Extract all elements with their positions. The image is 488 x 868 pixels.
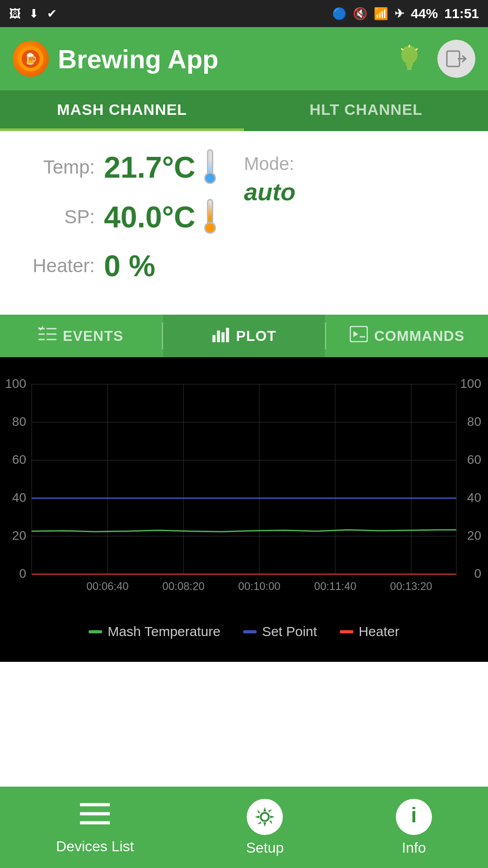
devices-list-icon <box>80 800 110 834</box>
app-header-right <box>390 40 475 78</box>
status-icons-left: 🖼 ⬇ ✔ <box>9 7 57 21</box>
legend-label-setpoint: Set Point <box>262 624 317 639</box>
plot-icon <box>211 326 230 346</box>
nav-setup-label: Setup <box>246 840 284 856</box>
temp-label: Temp: <box>23 156 95 178</box>
main-content: Temp: 21.7°C SP: 40.0°C Heater: 0 % <box>0 131 488 315</box>
app-title: Brewing App <box>58 44 219 74</box>
commands-label: COMMANDS <box>374 328 465 344</box>
mode-label: Mode: <box>244 154 465 174</box>
svg-text:20: 20 <box>467 528 481 542</box>
mute-icon: 🔇 <box>353 7 367 21</box>
svg-rect-6 <box>407 68 412 70</box>
svg-line-9 <box>416 48 418 50</box>
chart-container: 100 80 60 40 20 0 100 80 60 40 20 0 <box>5 357 483 610</box>
readings-grid: Temp: 21.7°C SP: 40.0°C Heater: 0 % <box>23 149 465 297</box>
svg-text:80: 80 <box>467 415 481 429</box>
legend-heater: Heater <box>340 624 399 639</box>
svg-point-3 <box>401 46 418 64</box>
tab-events[interactable]: EVENTS <box>0 315 162 357</box>
lightbulb-button[interactable] <box>390 40 428 78</box>
channel-tabs: MASH CHANNEL HLT CHANNEL <box>0 90 488 131</box>
events-label: EVENTS <box>63 328 123 344</box>
sp-label: SP: <box>23 206 95 228</box>
heater-row: Heater: 0 % <box>23 249 244 283</box>
sp-value: 40.0°C <box>104 200 196 234</box>
svg-point-59 <box>261 813 269 821</box>
tab-commands[interactable]: COMMANDS <box>326 315 488 357</box>
svg-text:40: 40 <box>12 491 26 505</box>
temp-row: Temp: 21.7°C <box>23 149 244 185</box>
svg-text:00:10:00: 00:10:00 <box>238 580 280 592</box>
svg-text:🍺: 🍺 <box>24 52 38 65</box>
therm-bulb-sp <box>204 222 216 234</box>
tab-plot[interactable]: PLOT <box>163 315 325 357</box>
svg-text:00:06:40: 00:06:40 <box>86 580 128 592</box>
legend-mash-temp: Mash Temperature <box>89 624 221 639</box>
svg-text:20: 20 <box>12 528 26 542</box>
svg-text:100: 100 <box>460 377 481 391</box>
svg-rect-17 <box>212 335 216 342</box>
svg-text:00:13:20: 00:13:20 <box>390 580 432 592</box>
airplane-icon: ✈ <box>394 7 404 21</box>
legend-dot-heater <box>340 630 353 633</box>
svg-text:60: 60 <box>12 453 26 467</box>
svg-text:100: 100 <box>5 377 26 391</box>
svg-rect-23 <box>5 357 483 610</box>
sp-thermometer <box>204 199 216 235</box>
legend-label-heater: Heater <box>359 624 399 639</box>
wifi-icon: 📶 <box>374 7 388 21</box>
therm-bulb-temp <box>204 172 216 184</box>
commands-icon <box>350 326 368 346</box>
app-logo: 🍺 <box>13 41 49 77</box>
bluetooth-icon: 🔵 <box>332 7 347 21</box>
app-header-left: 🍺 Brewing App <box>13 41 219 77</box>
nav-setup[interactable]: Setup <box>246 799 284 856</box>
nav-info[interactable]: i Info <box>396 799 432 856</box>
legend-setpoint: Set Point <box>243 624 317 639</box>
heater-value: 0 % <box>104 249 155 283</box>
chart-legend: Mash Temperature Set Point Heater <box>5 610 483 653</box>
tab-hlt-channel[interactable]: HLT CHANNEL <box>244 90 488 131</box>
battery-text: 44% <box>411 6 438 21</box>
info-icon: i <box>396 799 432 835</box>
tab-mash-channel[interactable]: MASH CHANNEL <box>0 90 244 131</box>
svg-rect-21 <box>350 326 367 342</box>
temp-value: 21.7°C <box>104 150 196 184</box>
status-icons-right: 🔵 🔇 📶 ✈ 44% 11:51 <box>332 6 479 21</box>
svg-text:60: 60 <box>467 453 481 467</box>
svg-text:00:08:20: 00:08:20 <box>162 580 204 592</box>
svg-text:80: 80 <box>12 415 26 429</box>
check-icon: ✔ <box>47 7 57 21</box>
therm-tube-temp <box>207 149 213 174</box>
events-icon <box>38 326 56 346</box>
gallery-icon: 🖼 <box>9 7 21 21</box>
heater-label: Heater: <box>23 255 95 277</box>
sp-row: SP: 40.0°C <box>23 199 244 235</box>
exit-button[interactable] <box>437 40 475 78</box>
temp-thermometer <box>204 149 216 185</box>
svg-rect-5 <box>407 66 412 68</box>
svg-rect-10 <box>447 51 460 66</box>
svg-rect-4 <box>406 63 413 66</box>
legend-dot-mash <box>89 630 102 633</box>
app-header: 🍺 Brewing App <box>0 27 488 90</box>
svg-line-8 <box>401 48 403 50</box>
svg-rect-19 <box>221 332 225 342</box>
svg-text:00:11:40: 00:11:40 <box>314 580 356 592</box>
svg-text:0: 0 <box>19 566 26 580</box>
status-bar: 🖼 ⬇ ✔ 🔵 🔇 📶 ✈ 44% 11:51 <box>0 0 488 27</box>
chart-area: 100 80 60 40 20 0 100 80 60 40 20 0 <box>0 357 488 662</box>
svg-text:0: 0 <box>474 566 481 580</box>
nav-devices-list[interactable]: Devices List <box>56 800 134 855</box>
svg-text:i: i <box>411 805 417 827</box>
bottom-nav: Devices List Setup i Info <box>0 787 488 868</box>
therm-tube-sp <box>207 199 213 224</box>
chart-svg: 100 80 60 40 20 0 100 80 60 40 20 0 <box>5 357 483 610</box>
legend-dot-setpoint <box>243 630 257 633</box>
download-icon: ⬇ <box>29 7 39 21</box>
time-display: 11:51 <box>444 6 479 21</box>
legend-label-mash: Mash Temperature <box>108 624 221 639</box>
setup-icon <box>247 799 283 835</box>
mode-value: auto <box>244 178 465 206</box>
